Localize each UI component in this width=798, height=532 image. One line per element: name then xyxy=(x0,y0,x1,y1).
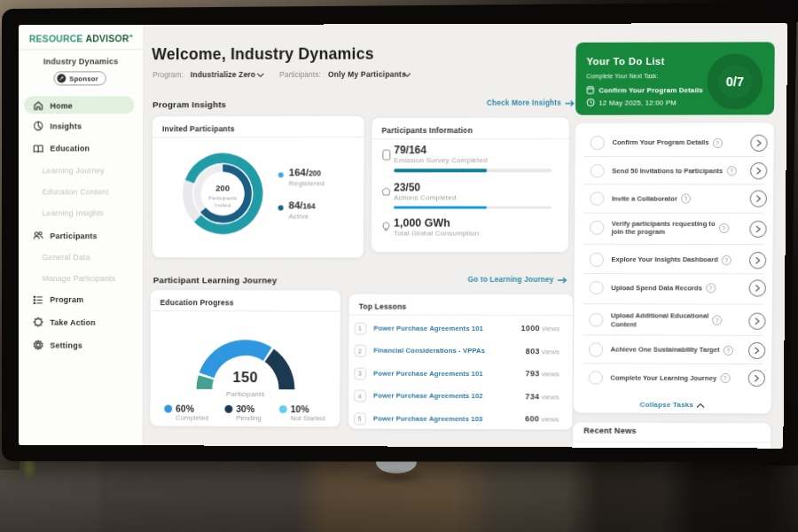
svg-text:Invited: Invited xyxy=(215,201,231,207)
svg-text:Participants: Participants xyxy=(208,195,237,201)
svg-text:200: 200 xyxy=(215,184,230,193)
